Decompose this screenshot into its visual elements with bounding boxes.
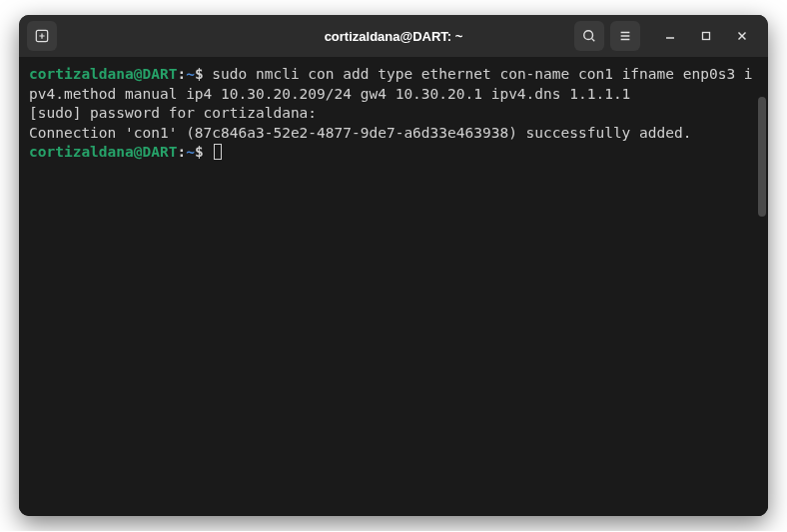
svg-line-4 [592, 39, 595, 42]
window-controls [652, 21, 760, 51]
new-tab-button[interactable] [27, 21, 57, 51]
prompt-path: ~ [186, 66, 195, 82]
prompt-separator: : [177, 144, 186, 160]
terminal-output-line: [sudo] password for cortizaldana: [29, 104, 758, 124]
search-icon [582, 29, 596, 43]
cursor [214, 144, 222, 160]
close-icon [736, 30, 748, 42]
hamburger-icon [618, 29, 632, 43]
terminal-window: cortizaldana@DART: ~ [19, 15, 768, 516]
maximize-button[interactable] [688, 21, 724, 51]
search-button[interactable] [574, 21, 604, 51]
prompt-user-host: cortizaldana@DART [29, 66, 177, 82]
command-text [204, 144, 213, 160]
prompt-dollar: $ [195, 66, 204, 82]
terminal-line: cortizaldana@DART:~$ [29, 143, 758, 163]
svg-rect-9 [703, 33, 710, 40]
maximize-icon [700, 30, 712, 42]
prompt-separator: : [177, 66, 186, 82]
plus-box-icon [35, 29, 49, 43]
menu-button[interactable] [610, 21, 640, 51]
minimize-button[interactable] [652, 21, 688, 51]
prompt-user-host: cortizaldana@DART [29, 144, 177, 160]
prompt-dollar: $ [195, 144, 204, 160]
terminal-body[interactable]: cortizaldana@DART:~$ sudo nmcli con add … [19, 57, 768, 516]
window-title: cortizaldana@DART: ~ [325, 29, 463, 44]
terminal-output-line: Connection 'con1' (87c846a3-52e2-4877-9d… [29, 124, 758, 144]
titlebar-left [27, 21, 57, 51]
minimize-icon [664, 30, 676, 42]
titlebar: cortizaldana@DART: ~ [19, 15, 768, 57]
scrollbar-thumb[interactable] [758, 97, 766, 217]
prompt-path: ~ [186, 144, 195, 160]
titlebar-right [574, 21, 760, 51]
svg-point-3 [584, 31, 593, 40]
close-button[interactable] [724, 21, 760, 51]
terminal-line: cortizaldana@DART:~$ sudo nmcli con add … [29, 65, 758, 104]
